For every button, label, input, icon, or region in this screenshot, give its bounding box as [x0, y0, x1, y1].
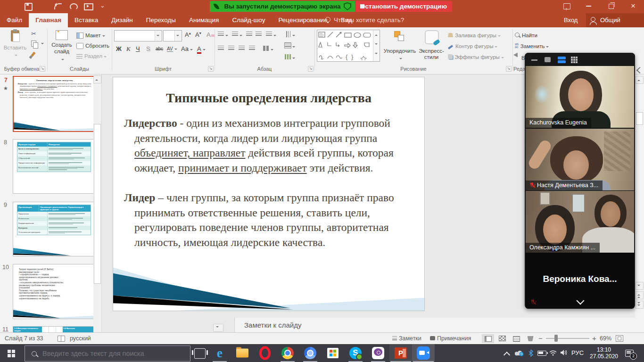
cut-icon[interactable]: ✂: [31, 30, 36, 37]
video-tile-3[interactable]: Олександра Камжиян ...: [526, 190, 634, 253]
layout-button[interactable]: Макет: [76, 32, 105, 39]
grow-font-button[interactable]: А▴: [185, 31, 191, 38]
scroll-up-button[interactable]: [636, 76, 644, 84]
find-button[interactable]: Найти: [515, 32, 537, 39]
paste-button[interactable]: Вставить: [2, 29, 28, 58]
onedrive-icon[interactable]: [515, 349, 524, 356]
chevron-down-icon[interactable]: [577, 297, 585, 305]
clipboard-dialog-launcher[interactable]: ↘: [40, 66, 45, 72]
copy-icon[interactable]: [31, 41, 36, 47]
scroll-down-button[interactable]: [636, 282, 644, 290]
text-direction-button[interactable]: [285, 31, 295, 38]
tab-home[interactable]: Главная: [29, 13, 68, 27]
thumbnail-slide-10[interactable]: Теория лидерских ролей (Р. Бейлс) рассма…: [13, 264, 95, 319]
taskbar-store[interactable]: [322, 344, 344, 362]
font-color-button[interactable]: А: [197, 45, 206, 52]
tell-me-box[interactable]: Что вы хотите сделать?: [334, 13, 404, 27]
wifi-icon[interactable]: [549, 349, 557, 356]
taskbar-zoom[interactable]: [412, 344, 435, 362]
minimize-button[interactable]: [581, 0, 597, 12]
font-size-combo[interactable]: [163, 30, 182, 41]
line-spacing-button[interactable]: [266, 31, 276, 38]
save-icon[interactable]: [25, 3, 33, 11]
tab-file[interactable]: Файл: [0, 13, 29, 27]
thumbnail-slide-8[interactable]: Функции лидераПоведение Цели и планирова…: [13, 139, 95, 194]
thumbnail-slide-11[interactable]: 1.9 Максимум внимания к людям 9.9 Высоки…: [13, 326, 95, 333]
font-name-combo[interactable]: [114, 30, 162, 41]
scroll-thumb[interactable]: [636, 112, 643, 125]
start-button[interactable]: [0, 344, 23, 362]
view-normal-button[interactable]: [482, 334, 494, 343]
tab-review[interactable]: Рецензирование: [272, 13, 334, 27]
start-slideshow-icon[interactable]: [84, 3, 93, 10]
thumb-scroll-thumb[interactable]: [94, 124, 101, 284]
bullets-button[interactable]: [218, 31, 228, 38]
tab-insert[interactable]: Вставка: [68, 13, 105, 27]
numbering-button[interactable]: [232, 31, 242, 38]
align-right-button[interactable]: [239, 45, 245, 52]
notes-scroll-down-button[interactable]: [213, 324, 223, 332]
decrease-indent-button[interactable]: [246, 31, 252, 38]
slide-canvas[interactable]: Типичные определения лидерства Лидерство…: [113, 77, 425, 311]
shrink-font-button[interactable]: А▾: [195, 31, 201, 38]
tab-slideshow[interactable]: Слайд-шоу: [225, 13, 272, 27]
notes-toggle[interactable]: Заметки: [392, 335, 421, 342]
new-slide-button[interactable]: Создать слайд: [49, 29, 74, 62]
increase-indent-button[interactable]: [256, 31, 262, 38]
reset-button[interactable]: Сбросить: [76, 42, 109, 49]
qat-customize-icon[interactable]: ⌄: [100, 2, 105, 9]
zoom-speaker-view-icon[interactable]: [545, 57, 551, 62]
format-painter-icon[interactable]: [31, 52, 35, 57]
quick-styles-button[interactable]: Экспресс- стили: [419, 30, 444, 60]
shapes-gallery[interactable]: {}: [317, 30, 380, 62]
volume-icon[interactable]: [560, 349, 569, 356]
arrange-button[interactable]: Упорядочить: [383, 30, 417, 62]
section-button[interactable]: Раздел: [76, 52, 107, 59]
zoom-minimize-icon[interactable]: [531, 59, 537, 61]
zoom-slider-track[interactable]: [546, 338, 589, 339]
character-spacing-button[interactable]: AV: [167, 46, 177, 51]
taskbar-opera[interactable]: [254, 344, 276, 362]
sign-in-button[interactable]: Вход: [564, 13, 578, 27]
taskbar-viber[interactable]: [367, 344, 389, 362]
justify-button[interactable]: [249, 45, 255, 52]
thumbnail-slide-9[interactable]: ОрганизацияОрганизует деятельность. Гарм…: [13, 202, 95, 256]
taskbar-edge[interactable]: e: [208, 344, 231, 362]
change-case-button[interactable]: Aa: [181, 45, 193, 52]
collapse-ribbon-icon[interactable]: [636, 67, 643, 74]
battery-icon[interactable]: [537, 351, 546, 356]
editor-scrollbar[interactable]: [635, 74, 644, 332]
zoom-out-button[interactable]: −: [538, 334, 543, 342]
clear-formatting-button[interactable]: A: [206, 31, 215, 38]
align-left-button[interactable]: [218, 45, 224, 52]
view-reading-button[interactable]: [510, 334, 522, 343]
shape-outline-button[interactable]: Контур фигуры: [448, 42, 497, 49]
close-button[interactable]: ×: [625, 0, 641, 12]
zoom-gallery-view-icon[interactable]: [571, 57, 578, 63]
tab-design[interactable]: Дизайн: [105, 13, 139, 27]
shapes-scroll[interactable]: [373, 30, 380, 61]
comments-toggle[interactable]: Примечания: [430, 335, 471, 342]
paragraph-dialog-launcher[interactable]: ↘: [308, 66, 314, 72]
next-slide-button[interactable]: [636, 301, 644, 309]
ribbon-display-options-button[interactable]: [559, 0, 575, 12]
columns-button[interactable]: [263, 45, 273, 52]
notes-pane[interactable]: Заметки к слайду: [102, 318, 644, 332]
italic-button[interactable]: К: [126, 45, 131, 53]
fit-to-window-icon[interactable]: [616, 335, 623, 342]
zoom-in-button[interactable]: +: [592, 334, 596, 342]
bluetooth-icon[interactable]: [528, 349, 534, 357]
thumbnail-scrollbar[interactable]: [93, 74, 101, 332]
shape-effects-button[interactable]: Эффекты фигуры: [448, 53, 504, 60]
font-dialog-launcher[interactable]: ↘: [208, 66, 214, 72]
taskbar-skype[interactable]: S: [344, 344, 367, 362]
redo-icon[interactable]: [70, 3, 78, 10]
replace-button[interactable]: abacЗаменить: [515, 42, 549, 49]
share-button[interactable]: Общий доступ: [586, 13, 644, 27]
underline-button[interactable]: Ч: [136, 45, 140, 52]
taskbar-search[interactable]: [25, 346, 190, 362]
spellcheck-icon[interactable]: [58, 336, 65, 342]
taskbar-chromium[interactable]: [299, 344, 322, 362]
view-slideshow-button[interactable]: [524, 334, 537, 343]
previous-slide-button[interactable]: [636, 291, 644, 299]
